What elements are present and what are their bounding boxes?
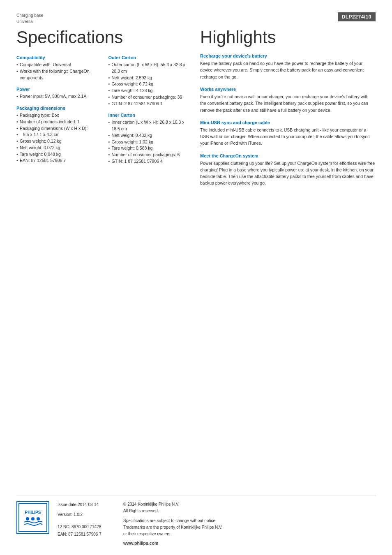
spec-item: Packaging type: Box: [16, 112, 100, 119]
spec-item: Outer carton (L x W x H): 55.4 x 32.8 x …: [108, 62, 192, 75]
version: Version: 1.0.2: [58, 511, 115, 518]
philips-logo-svg: PHILIPS: [18, 503, 47, 532]
footer-col1: Issue date 2014-03-14 Version: 1.0.2 12 …: [58, 501, 115, 547]
spec-item: Number of consumer packagings: 36: [108, 94, 192, 101]
inner-carton-section: Inner Carton Inner carton (L x W x H): 2…: [108, 113, 192, 164]
spec-item: Nett weight: 0.432 kg: [108, 132, 192, 139]
spec-item: Gross weight: 1.02 kg: [108, 139, 192, 146]
outer-carton-title: Outer Carton: [108, 55, 192, 60]
spec-item: Tare weight: 0.048 kg: [16, 151, 100, 158]
spec-item: Gross weight: 6.72 kg: [108, 81, 192, 88]
chargeon-title: Meet the ChargeOn system: [200, 153, 376, 158]
footer-info: Issue date 2014-03-14 Version: 1.0.2 12 …: [58, 501, 376, 547]
spec-item: GTIN: 1 87 12581 57906 4: [108, 158, 192, 165]
specs-right-subcol: Outer Carton Outer carton (L x W x H): 5…: [108, 55, 192, 171]
header-left: Charging base Universal: [16, 12, 43, 25]
svg-point-2: [26, 517, 29, 520]
spec-item: Number of consumer packagings: 6: [108, 152, 192, 158]
page: Charging base Universal DLP2274/10 Speci…: [0, 0, 392, 555]
issue-date: Issue date 2014-03-14: [58, 501, 115, 509]
chargeon-section: Meet the ChargeOn system Power supplies …: [200, 153, 376, 187]
svg-point-3: [31, 517, 35, 520]
highlights-column: Highlights Recharge your device's batter…: [200, 28, 376, 344]
recharge-section: Recharge your device's battery Keep the …: [200, 53, 376, 80]
compatibility-title: Compatibility: [16, 55, 100, 60]
main-content: Specifications Compatibility Compatible …: [16, 28, 376, 344]
spec-item: Gross weight: 0.12 kg: [16, 138, 100, 145]
chargeon-text: Power supplies cluttering up your life? …: [200, 160, 376, 187]
works-anywhere-title: Works anywhere: [200, 87, 376, 92]
footer: PHILIPS Issue date 2014-03-14 Version: 1…: [16, 495, 376, 547]
spec-item: Tare weight: 0.588 kg: [108, 145, 192, 152]
product-variant: Universal: [16, 18, 43, 25]
copyright: © 2014 Koninklijke Philips N.V. All Righ…: [123, 501, 223, 514]
page-title: Specifications: [16, 28, 192, 47]
spec-item: Works with the following:: ChargeOn comp…: [16, 68, 100, 81]
product-code: DLP2274/10: [338, 12, 376, 21]
header: Charging base Universal DLP2274/10: [16, 12, 376, 25]
specifications-column: Specifications Compatibility Compatible …: [16, 28, 192, 344]
specs-left-subcol: Compatibility Compatible with: Universal…: [16, 55, 100, 171]
outer-carton-section: Outer Carton Outer carton (L x W x H): 5…: [108, 55, 192, 107]
recharge-title: Recharge your device's battery: [200, 53, 376, 58]
spec-item: Tare weight: 4.128 kg: [108, 88, 192, 94]
packaging-title: Packaging dimensions: [16, 106, 100, 111]
spec-item: Compatible with: Universal: [16, 62, 100, 68]
spec-item: EAN: 87 12581 57906 7: [16, 157, 100, 164]
spec-item: Nett weight: 0.072 kg: [16, 145, 100, 151]
spec-item: Inner carton (L x W x H): 26.8 x 10.3 x …: [108, 119, 192, 132]
compatibility-section: Compatibility Compatible with: Universal…: [16, 55, 100, 81]
footer-col2: © 2014 Koninklijke Philips N.V. All Righ…: [123, 501, 223, 547]
disclaimer: Specifications are subject to change wit…: [123, 518, 223, 537]
product-type: Charging base: [16, 12, 43, 18]
works-anywhere-text: Even if you're not near a wall or car ch…: [200, 93, 376, 113]
specs-columns: Compatibility Compatible with: Universal…: [16, 55, 192, 171]
works-anywhere-section: Works anywhere Even if you're not near a…: [200, 87, 376, 113]
mini-usb-title: Mini-USB sync and charge cable: [200, 120, 376, 125]
power-title: Power: [16, 87, 100, 92]
svg-point-4: [37, 517, 40, 520]
highlights-title: Highlights: [200, 28, 376, 47]
spec-item: Power input: 5V, 500mA, max 2.1A: [16, 93, 100, 100]
nc-ean: 12 NC: 8670 000 71428 EAN: 87 12581 5790…: [58, 523, 115, 538]
website: www.philips.com: [123, 540, 223, 547]
packaging-section: Packaging dimensions Packaging type: Box…: [16, 106, 100, 164]
spacer: [16, 344, 376, 495]
spec-item: GTIN: 2 87 12581 57906 1: [108, 101, 192, 107]
inner-carton-title: Inner Carton: [108, 113, 192, 118]
recharge-text: Keep the battery pack on hand so you hav…: [200, 60, 376, 80]
svg-text:PHILIPS: PHILIPS: [25, 510, 41, 515]
spec-item: Nett weight: 2.592 kg: [108, 75, 192, 81]
mini-usb-text: The included mini-USB cable connects to …: [200, 127, 376, 147]
spec-item: 9.5 x 17.1 x 4.3 cm: [16, 132, 100, 138]
power-section: Power Power input: 5V, 500mA, max 2.1A: [16, 87, 100, 100]
mini-usb-section: Mini-USB sync and charge cable The inclu…: [200, 120, 376, 147]
spec-item: Number of products included: 1: [16, 119, 100, 125]
philips-logo: PHILIPS: [16, 501, 49, 534]
spec-item: Packaging dimensions (W x H x D):: [16, 125, 100, 132]
